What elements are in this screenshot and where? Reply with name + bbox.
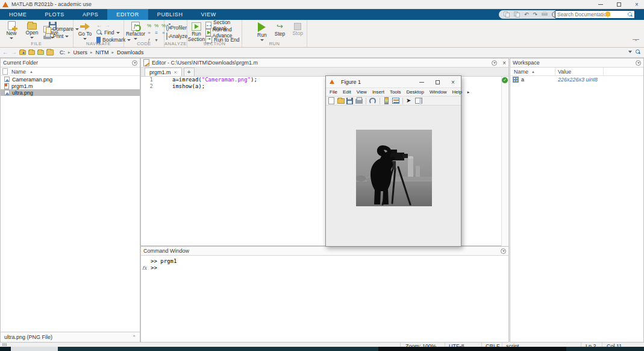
windows-taskbar[interactable]: [0, 347, 644, 351]
recent-folder-icon[interactable]: [37, 50, 44, 55]
browse-folder-icon[interactable]: [28, 50, 35, 55]
figure-menu-insert[interactable]: Insert: [372, 89, 384, 95]
figure-menu-view[interactable]: View: [357, 89, 367, 95]
tab-home[interactable]: HOME: [0, 9, 36, 20]
tab-editor[interactable]: EDITOR: [107, 9, 148, 20]
close-icon[interactable]: ×: [633, 1, 640, 8]
figure-menu-file[interactable]: File: [330, 89, 337, 95]
figure-menu-edit[interactable]: Edit: [343, 89, 351, 95]
window-titlebar[interactable]: MATLAB R2021b - academic use ×: [0, 0, 644, 9]
workspace-value-column[interactable]: Value: [555, 68, 604, 75]
image-file-icon: [4, 77, 10, 82]
run-button[interactable]: Run: [253, 21, 271, 41]
current-folder-column-header[interactable]: Name ▲: [1, 68, 140, 76]
indent-icon[interactable]: »: [146, 30, 152, 36]
insert-legend-icon[interactable]: [392, 98, 399, 104]
menu-overflow-icon[interactable]: ▸: [467, 90, 470, 95]
image-file-icon: [4, 90, 10, 95]
command-window-menu-icon[interactable]: [501, 248, 506, 254]
tab-close-icon[interactable]: ×: [174, 69, 177, 75]
open-file-icon[interactable]: [337, 98, 345, 104]
navigate-back-icon[interactable]: ←: [96, 22, 102, 28]
goto-button[interactable]: Go To: [75, 21, 95, 40]
paste-icon[interactable]: [514, 11, 520, 17]
sign-in-link[interactable]: Sign In: [616, 11, 633, 17]
workspace-menu-icon[interactable]: [636, 60, 641, 66]
file-row-ultra[interactable]: ultra.png: [1, 89, 140, 96]
command-window-body[interactable]: >> prgm1 fx >>: [141, 256, 508, 271]
address-dropdown-icon[interactable]: [628, 51, 632, 53]
smart-indent-icon[interactable]: ≡: [153, 30, 160, 36]
ribbon-group-code: Refactor % % % » ≡ « ƒ ▾ CODE: [124, 20, 164, 47]
figure-menu-desktop[interactable]: Desktop: [407, 89, 424, 95]
navigate-forward-icon[interactable]: →: [104, 22, 110, 28]
tab-publish[interactable]: PUBLISH: [148, 9, 192, 20]
print-icon[interactable]: [542, 11, 548, 17]
edit-plot-icon[interactable]: ➤: [406, 97, 411, 104]
details-collapse-icon[interactable]: ⌃: [132, 335, 136, 340]
analyze-button[interactable]: Analyze: [166, 33, 187, 39]
figure-menu-window[interactable]: Window: [430, 89, 446, 95]
comment-wrap-icon[interactable]: %: [153, 22, 160, 29]
figure-maximize-icon[interactable]: [430, 76, 445, 88]
file-row-cameraman[interactable]: Cameraman.png: [1, 76, 140, 83]
workspace-name-column[interactable]: Name ▲: [510, 68, 555, 75]
save-figure-icon[interactable]: [346, 98, 353, 104]
new-figure-icon[interactable]: [328, 97, 334, 104]
run-section-button[interactable]: RunSection: [188, 21, 205, 42]
file-row-prgm1[interactable]: prgm1.m: [1, 83, 140, 89]
address-bar: ← → ▲ C:▸ Users▸ NITM▸ Downloads: [0, 48, 644, 58]
run-and-advance-button[interactable]: Run and Advance: [205, 30, 242, 36]
collapse-ribbon-icon[interactable]: ⌃: [633, 39, 639, 45]
figure-window[interactable]: Figure 1 × File Edit View Insert Tools D…: [325, 75, 461, 247]
tab-plots[interactable]: PLOTS: [36, 9, 73, 20]
figure-close-icon[interactable]: ×: [445, 76, 461, 88]
profiler-button[interactable]: Profiler: [166, 25, 187, 31]
editor-menu-icon[interactable]: [492, 60, 497, 66]
current-folder-menu-icon[interactable]: [132, 60, 137, 66]
resize-grip-icon[interactable]: [2, 343, 7, 346]
link-plot-icon[interactable]: [369, 98, 376, 104]
sort-ascending-icon: ▲: [30, 70, 33, 74]
workspace-title: Workspace: [513, 60, 540, 66]
maximize-icon[interactable]: [615, 1, 622, 8]
new-button[interactable]: New: [1, 21, 22, 39]
undo-icon[interactable]: ↶: [524, 11, 529, 17]
figure-menu-help[interactable]: Help: [452, 89, 461, 95]
redo-icon[interactable]: ↷: [533, 11, 538, 17]
editor-tab-prgm1[interactable]: prgm1.m ×: [145, 68, 182, 76]
print-figure-icon[interactable]: [355, 99, 363, 104]
copy-icon[interactable]: [504, 11, 510, 17]
command-prompt[interactable]: >>: [151, 265, 157, 271]
breadcrumb-users[interactable]: Users: [73, 49, 88, 55]
figure-menu-tools[interactable]: Tools: [390, 89, 401, 95]
breadcrumb-downloads[interactable]: Downloads: [117, 49, 144, 55]
breadcrumb-drive[interactable]: C:: [60, 49, 65, 55]
open-dropdown-icon[interactable]: [30, 37, 34, 39]
notification-bell-icon[interactable]: [605, 11, 610, 16]
minimize-icon[interactable]: [597, 1, 604, 8]
open-button[interactable]: Open: [22, 21, 42, 39]
breadcrumb-nitm[interactable]: NITM: [96, 49, 109, 55]
editor-close-icon[interactable]: ×: [502, 60, 506, 66]
editor-scrollbar[interactable]: ✓: [501, 77, 508, 246]
workspace-row-a[interactable]: a 226x226x3 uint8: [510, 76, 643, 83]
step-button[interactable]: ↪ Step: [271, 21, 289, 37]
tab-apps[interactable]: APPS: [73, 9, 107, 20]
back-icon[interactable]: ←: [2, 49, 8, 56]
refactor-button[interactable]: Refactor: [125, 21, 146, 40]
new-tab-button[interactable]: +: [184, 68, 195, 76]
comment-icon[interactable]: %: [146, 22, 152, 29]
figure-minimize-icon[interactable]: [414, 76, 430, 88]
figure-canvas[interactable]: [327, 106, 460, 245]
folder-search-icon[interactable]: [636, 49, 640, 54]
up-folder-icon[interactable]: ▲: [19, 50, 26, 55]
tab-view[interactable]: VIEW: [192, 9, 225, 20]
new-dropdown-icon[interactable]: [10, 37, 13, 39]
forward-icon[interactable]: →: [11, 49, 17, 56]
stop-button[interactable]: Stop: [289, 21, 307, 36]
file-details-bar[interactable]: ultra.png (PNG File) ⌃: [1, 332, 140, 342]
figure-titlebar[interactable]: Figure 1 ×: [326, 76, 461, 88]
insert-colorbar-icon[interactable]: [384, 97, 389, 104]
property-inspector-icon[interactable]: [415, 98, 422, 104]
